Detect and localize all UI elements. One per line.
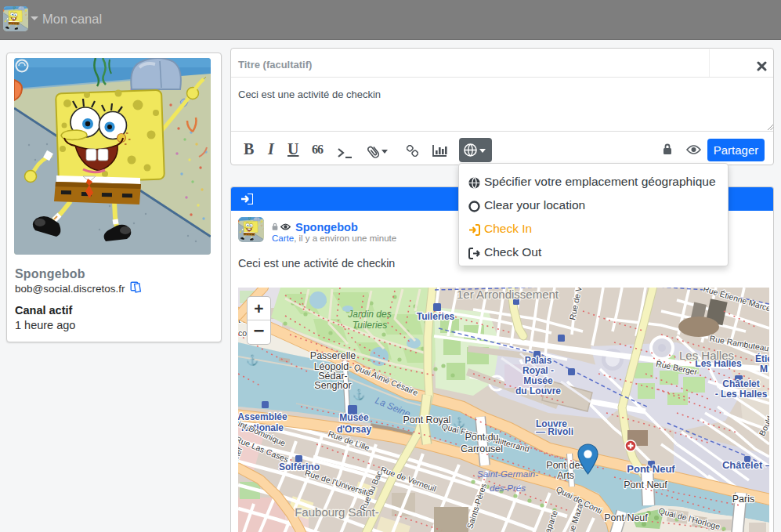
svg-text:Palais: Palais <box>525 355 552 366</box>
svg-text:Passerelle: Passerelle <box>310 350 356 361</box>
svg-text:Pont Neuf: Pont Neuf <box>627 463 675 475</box>
svg-text:Royal -: Royal - <box>522 365 554 376</box>
svg-text:Arts: Arts <box>557 470 574 481</box>
svg-text:Pont Royal: Pont Royal <box>403 414 450 425</box>
svg-text:Musée: Musée <box>339 412 369 423</box>
svg-text:— Rivoli: — Rivoli <box>536 426 573 437</box>
svg-text:⚓: ⚓ <box>246 353 259 367</box>
svg-text:Carrousel: Carrousel <box>461 443 503 454</box>
svg-text:Étie: Étie <box>755 353 769 364</box>
svg-text:1er Arrondissement: 1er Arrondissement <box>457 288 559 301</box>
svg-text:des-Prés: des-Prés <box>490 483 526 493</box>
svg-text:Châtelet –: Châtelet – <box>722 459 769 471</box>
svg-text:Les Halles: Les Halles <box>679 349 734 362</box>
svg-text:Saint-Germain-: Saint-Germain- <box>477 469 538 479</box>
svg-text:Châtelet: Châtelet <box>722 378 759 389</box>
svg-text:Musée: Musée <box>523 375 553 386</box>
svg-text:Pont du: Pont du <box>465 432 498 443</box>
svg-text:co: co <box>238 328 247 338</box>
svg-text:Pont des: Pont des <box>546 460 584 471</box>
svg-text:Tuileries: Tuileries <box>353 320 387 331</box>
svg-text:du Louvre: du Louvre <box>515 385 561 396</box>
svg-text:Paris: Paris <box>732 494 754 505</box>
svg-text:M: M <box>760 364 768 375</box>
svg-text:Senghor: Senghor <box>314 380 351 391</box>
svg-text:Pont Neuf: Pont Neuf <box>624 480 667 490</box>
svg-text:⚓: ⚓ <box>353 388 366 401</box>
svg-text:Jardin des: Jardin des <box>347 309 391 320</box>
svg-text:Pont Neuf: Pont Neuf <box>604 512 648 523</box>
svg-text:Tuileries: Tuileries <box>417 311 455 322</box>
svg-text:- Les Halles: - Les Halles <box>715 389 768 400</box>
